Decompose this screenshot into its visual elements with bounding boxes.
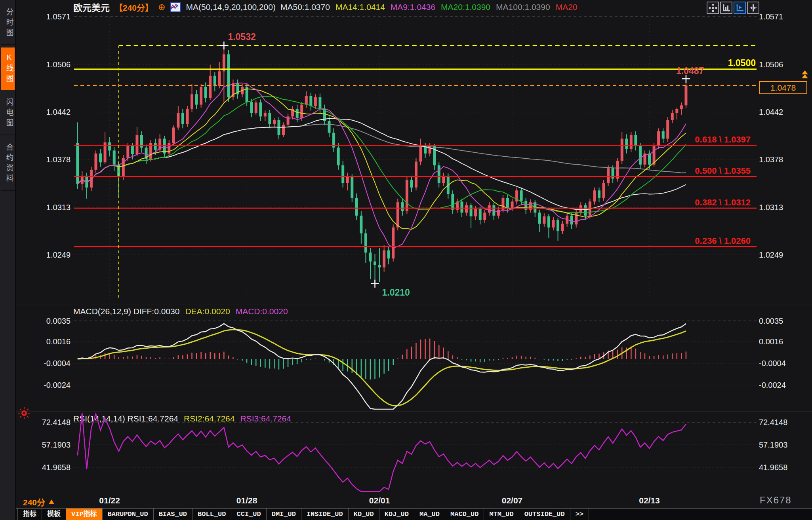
indicator-tab[interactable]: 指标 (17, 509, 42, 520)
axis-tick: 1.0506 (759, 60, 810, 69)
axis-tick: 57.1903 (16, 440, 71, 450)
axis-tick: -0.0004 (759, 359, 810, 368)
axis-tick: 1.0313 (16, 203, 71, 212)
indicator-tab[interactable]: KDJ_UD (379, 509, 414, 520)
cross-marker (220, 42, 228, 49)
ma-lines (78, 83, 686, 248)
date-label: 01/22 (90, 496, 130, 505)
left-sidebar: 分时图K线图闪电图合约资料 (0, 0, 16, 520)
axis-tick: 72.4148 (16, 418, 71, 427)
axis-tick: -0.0024 (16, 380, 71, 390)
indicator-tab[interactable]: BARUPDN_UD (103, 509, 154, 520)
indicator-tab[interactable]: DMI_UD (267, 509, 301, 520)
indicator-tab[interactable]: >> (570, 509, 589, 520)
indicator-tab[interactable]: VIP指标 (66, 509, 103, 520)
main-chart[interactable]: 0.618 \ 1.03970.500 \ 1.03550.382 \ 1.03… (16, 0, 812, 304)
axis-tick: 0.0016 (759, 337, 810, 346)
indicator-tab[interactable]: CCI_UD (231, 509, 266, 520)
indicator-tab[interactable]: MACD_UD (445, 509, 484, 520)
brand-watermark: FX678 (760, 495, 792, 506)
axis-tick: 1.0313 (759, 203, 810, 212)
axis-tick: 41.9658 (16, 463, 71, 472)
date-label: 02/01 (360, 496, 399, 505)
axis-tick: -0.0004 (16, 359, 71, 368)
fib-label: 0.236 \ 1.0260 (695, 236, 751, 246)
diff-line (78, 324, 686, 409)
sidebar-item[interactable]: 合约资料 (1, 138, 15, 191)
cross-marker (371, 280, 379, 288)
rsi-panel[interactable] (16, 412, 812, 493)
macd-histogram (78, 339, 686, 380)
main-area: 欧元美元 【240分】 ⊕ MA(50,14,9,20,100,200) MA5… (16, 0, 812, 520)
fib-label: 0.618 \ 1.0397 (695, 135, 751, 144)
macd-panel[interactable] (16, 304, 812, 412)
price-annotation: 1.0532 (228, 32, 255, 42)
sidebar-item[interactable]: 闪电图 (1, 93, 15, 135)
axis-tick: 72.4148 (759, 418, 810, 427)
date-label: 01/28 (227, 496, 267, 505)
axis-tick: 41.9658 (759, 463, 810, 472)
indicator-tab[interactable]: 模板 (42, 509, 66, 520)
indicator-tab[interactable]: OUTSIDE_UD (519, 509, 570, 520)
fib-label: 0.500 \ 1.0355 (695, 166, 751, 176)
timeframe-selector[interactable]: 240分 (23, 496, 55, 508)
indicator-tab[interactable]: MTM_UD (484, 509, 519, 520)
axis-tick: 1.0249 (16, 250, 71, 260)
indicator-tab[interactable]: INSIDE_UD (301, 509, 349, 520)
axis-tick: 1.0571 (16, 12, 71, 21)
resistance-label: 1.0500 (728, 58, 756, 68)
indicator-tab[interactable]: BOLL_UD (193, 509, 231, 520)
candles (76, 46, 687, 284)
axis-tick: 1.0506 (16, 60, 71, 69)
rsi-line (78, 413, 686, 492)
date-label: 02/13 (630, 496, 669, 505)
indicator-tab[interactable]: BIAS_UD (154, 509, 193, 520)
time-axis: 240分 01/2201/2802/0102/0702/13 FX678 (16, 493, 812, 508)
indicator-tab[interactable]: KD_UD (349, 509, 379, 520)
sidebar-item[interactable]: K线图 (1, 47, 15, 90)
indicator-tab-bar: 指标模板VIP指标BARUPDN_UDBIAS_UDBOLL_UDCCI_UDD… (16, 508, 812, 520)
date-label: 02/07 (492, 496, 532, 505)
dea-line (78, 330, 686, 406)
indicator-tab[interactable]: MA_UD (414, 509, 445, 520)
axis-tick: 1.0442 (759, 107, 810, 117)
axis-tick: 1.0249 (759, 250, 810, 260)
axis-tick: 1.0378 (16, 155, 71, 164)
axis-tick: 1.0571 (759, 12, 810, 21)
axis-tick: 0.0016 (16, 337, 71, 346)
axis-tick: 1.0378 (759, 155, 810, 164)
up-triangle-icon (48, 499, 55, 505)
price-annotation: 1.0487 (676, 66, 704, 76)
axis-tick: 57.1903 (759, 440, 810, 450)
current-price-tag: 1.0478 (759, 81, 807, 94)
axis-tick: 0.0035 (16, 316, 71, 326)
axis-tick: 0.0035 (759, 316, 810, 326)
price-annotation: 1.0210 (382, 287, 410, 298)
axis-tick: 1.0442 (16, 107, 71, 117)
fib-label: 0.382 \ 1.0312 (695, 197, 751, 207)
price-up-arrow-icon (800, 70, 810, 81)
axis-tick: -0.0024 (759, 380, 810, 390)
sidebar-item[interactable]: 分时图 (1, 2, 15, 45)
